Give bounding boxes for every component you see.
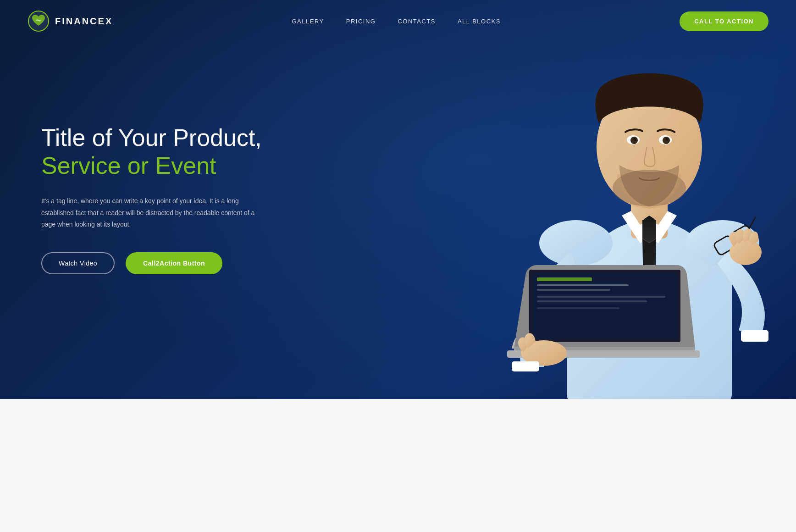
svg-rect-28 xyxy=(537,307,619,309)
nav-links: GALLERY PRICING CONTACTS ALL BLOCKS xyxy=(292,17,500,25)
svg-point-15 xyxy=(666,138,669,141)
hero-person-illustration xyxy=(452,18,796,399)
nav-item-gallery[interactable]: GALLERY xyxy=(292,17,324,25)
svg-rect-33 xyxy=(512,361,539,371)
hero-buttons: Watch Video Call2Action Button xyxy=(41,252,262,274)
hero-title-line1: Title of Your Product, xyxy=(41,125,262,151)
svg-rect-23 xyxy=(537,277,592,281)
logo-icon xyxy=(28,10,50,32)
hero-content: Title of Your Product, Service or Event … xyxy=(0,125,262,274)
navbar: FINANCEX GALLERY PRICING CONTACTS ALL BL… xyxy=(0,0,796,42)
hero-subtitle: It's a tag line, where you can write a k… xyxy=(41,195,261,230)
svg-rect-27 xyxy=(537,300,647,302)
svg-rect-25 xyxy=(537,289,610,291)
svg-rect-24 xyxy=(537,284,629,286)
hero-title-line2: Service or Event xyxy=(41,153,262,179)
nav-cta-button[interactable]: CALL TO ACTION xyxy=(680,11,768,31)
svg-rect-22 xyxy=(532,273,677,339)
svg-point-14 xyxy=(634,138,636,141)
nav-link-pricing[interactable]: PRICING xyxy=(346,18,376,25)
nav-item-pricing[interactable]: PRICING xyxy=(346,17,376,25)
below-section xyxy=(0,399,796,532)
brand-name: FINANCEX xyxy=(55,16,113,27)
nav-link-contacts[interactable]: CONTACTS xyxy=(398,18,436,25)
nav-item-contacts[interactable]: CONTACTS xyxy=(398,17,436,25)
watch-video-button[interactable]: Watch Video xyxy=(41,252,115,274)
hero-section: FINANCEX GALLERY PRICING CONTACTS ALL BL… xyxy=(0,0,796,399)
nav-item-all-blocks[interactable]: ALL BLOCKS xyxy=(458,17,501,25)
nav-link-gallery[interactable]: GALLERY xyxy=(292,18,324,25)
call2action-button[interactable]: Call2Action Button xyxy=(126,252,222,274)
svg-rect-32 xyxy=(741,330,768,342)
nav-link-all-blocks[interactable]: ALL BLOCKS xyxy=(458,18,501,25)
svg-point-5 xyxy=(539,220,613,266)
svg-rect-26 xyxy=(537,296,665,298)
logo-area: FINANCEX xyxy=(28,10,113,32)
